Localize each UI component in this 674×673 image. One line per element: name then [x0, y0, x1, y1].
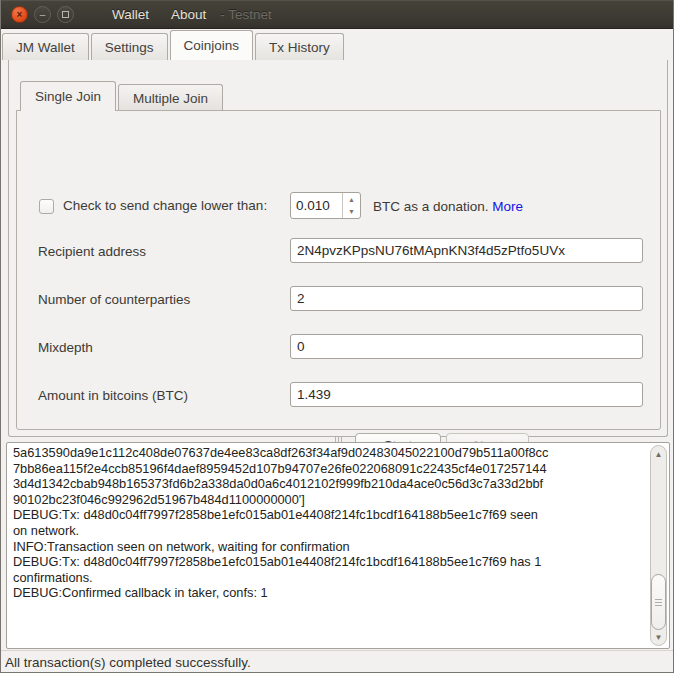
- donation-checkbox[interactable]: [39, 199, 54, 214]
- joinmarket-window: × – Wallet About - Testnet JM Wallet Set…: [0, 0, 674, 673]
- menu-about[interactable]: About: [171, 7, 206, 22]
- counterparties-label: Number of counterparties: [38, 292, 190, 307]
- log-line: confirmations.: [13, 570, 645, 586]
- log-line: INFO:Transaction seen on network, waitin…: [13, 539, 645, 555]
- main-tabbar: JM Wallet Settings Coinjoins Tx History: [2, 30, 346, 60]
- single-join-pane: Check to send change lower than: ▲ ▼ BTC…: [16, 110, 661, 430]
- counterparties-input[interactable]: [290, 286, 643, 311]
- minimize-window-icon[interactable]: –: [34, 6, 51, 23]
- donation-amount-input[interactable]: [291, 193, 342, 218]
- menu-wallet[interactable]: Wallet: [112, 7, 149, 22]
- scroll-up-icon[interactable]: ▲: [651, 447, 666, 461]
- mixdepth-label: Mixdepth: [38, 340, 93, 355]
- donation-suffix-label: BTC as a donation. More: [373, 199, 523, 214]
- titlebar: × – Wallet About - Testnet: [1, 0, 674, 29]
- spinner-arrows[interactable]: ▲ ▼: [342, 193, 360, 218]
- amount-btc-label: Amount in bitcoins (BTC): [38, 388, 188, 403]
- mixdepth-input[interactable]: [290, 334, 643, 359]
- join-subtabbar: Single Join Multiple Join: [20, 81, 225, 111]
- spinner-down-icon[interactable]: ▼: [343, 206, 360, 219]
- log-lines: 5a613590da9e1c112c408de07637de4ee83ca8df…: [13, 445, 645, 601]
- log-line: DEBUG:Tx: d48d0c04ff7997f2858be1efc015ab…: [13, 507, 645, 523]
- tab-coinjoins[interactable]: Coinjoins: [170, 30, 254, 60]
- log-line: DEBUG:Tx: d48d0c04ff7997f2858be1efc015ab…: [13, 554, 645, 570]
- statusbar: All transaction(s) completed successfull…: [1, 650, 674, 673]
- subtab-multiple-join[interactable]: Multiple Join: [118, 84, 223, 111]
- recipient-address-label: Recipient address: [38, 244, 146, 259]
- log-scrollbar[interactable]: ▲ ▼: [650, 445, 667, 646]
- scrollbar-thumb[interactable]: [651, 574, 666, 630]
- log-line: DEBUG:Confirmed callback in taker, confs…: [13, 585, 645, 601]
- tab-tx-history[interactable]: Tx History: [255, 33, 344, 60]
- menubar: Wallet About: [112, 7, 206, 22]
- log-line: 5a613590da9e1c112c408de07637de4ee83ca8df…: [13, 445, 645, 461]
- log-output[interactable]: 5a613590da9e1c112c408de07637de4ee83ca8df…: [6, 442, 670, 649]
- donation-more-link[interactable]: More: [492, 199, 523, 214]
- donation-amount-spinner[interactable]: ▲ ▼: [290, 192, 361, 219]
- close-window-icon[interactable]: ×: [11, 6, 28, 23]
- recipient-address-input[interactable]: [290, 238, 643, 263]
- coinjoins-pane: Single Join Multiple Join Check to send …: [8, 60, 668, 437]
- tab-settings[interactable]: Settings: [91, 33, 168, 60]
- tab-jm-wallet[interactable]: JM Wallet: [2, 33, 89, 60]
- scroll-down-icon[interactable]: ▼: [651, 630, 666, 644]
- donation-checkbox-label: Check to send change lower than:: [63, 198, 267, 213]
- log-line: 3d4d1342cbab948b165373fd6b2a338da0d0a6c4…: [13, 476, 645, 492]
- status-message: All transaction(s) completed successfull…: [5, 655, 251, 670]
- log-line: 7bb86ea115f2e4ccb85196f4daef8959452d107b…: [13, 461, 645, 477]
- window-title: - Testnet: [220, 7, 272, 22]
- log-line: on network.: [13, 523, 645, 539]
- subtab-single-join[interactable]: Single Join: [20, 81, 116, 111]
- spinner-up-icon[interactable]: ▲: [343, 193, 360, 206]
- amount-btc-input[interactable]: [290, 382, 643, 407]
- maximize-window-icon[interactable]: [57, 6, 74, 23]
- log-line: 90102bc23f046c992962d51967b484d110000000…: [13, 492, 645, 508]
